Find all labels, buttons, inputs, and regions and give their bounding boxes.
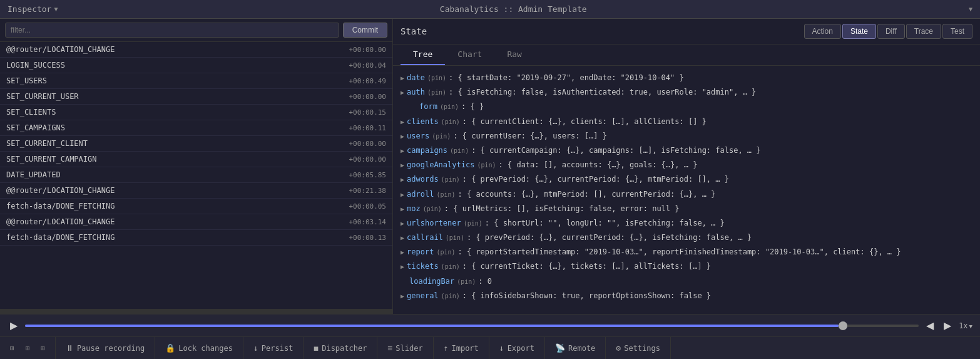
tree-arrow[interactable]: ▶	[401, 175, 404, 185]
play-button[interactable]: ▶	[8, 317, 20, 334]
action-item[interactable]: SET_CURRENT_CAMPAIGN +00:00.00	[0, 152, 392, 167]
inspector-arrow[interactable]: ▼	[54, 6, 58, 13]
action-name: @@router/LOCATION_CHANGE	[6, 186, 115, 195]
slider-button[interactable]: ≡ Slider	[377, 337, 433, 359]
action-item[interactable]: SET_CLIENTS +00:00.15	[0, 105, 392, 120]
tree-key: urlshortener	[407, 217, 461, 229]
tree-pin: (pin)	[432, 132, 451, 142]
filter-input[interactable]	[5, 23, 339, 38]
tree-arrow[interactable]: ▶	[401, 190, 404, 200]
tree-arrow[interactable]: ▶	[401, 117, 404, 127]
action-item[interactable]: SET_CAMPAIGNS +00:00.11	[0, 120, 392, 136]
tab-diff-button[interactable]: Diff	[877, 24, 905, 39]
action-time: +00:00.13	[349, 234, 386, 242]
lock-label: Lock changes	[178, 344, 233, 353]
pause-recording-button[interactable]: ⏸ Pause recording	[56, 337, 155, 359]
tree-line: ▶clients(pin): { currentClient: {…}, cli…	[401, 115, 972, 129]
tree-arrow[interactable]: ▶	[401, 88, 404, 98]
action-time: +00:00.00	[349, 140, 386, 148]
tree-value: : { accounts: {…}, mtmPeriod: [], curren…	[458, 189, 716, 200]
action-item[interactable]: @@router/LOCATION_CHANGE +00:03.14	[0, 214, 392, 230]
tree-value: : { infoSidebarShown: true, reportOption…	[462, 290, 711, 302]
app-arrow[interactable]: ▼	[969, 6, 972, 13]
progress-bar[interactable]	[25, 325, 919, 327]
import-icon: ↑	[444, 343, 449, 353]
export-label: Export	[508, 344, 534, 353]
tree-key: callrail	[407, 232, 443, 244]
speed-label: 1x▼	[959, 321, 972, 330]
tree-key: auth	[407, 86, 425, 98]
tree-value: : { currentCampaign: {…}, campaigns: […]…	[471, 145, 760, 157]
pause-icon: ⏸	[66, 343, 74, 353]
layout-icon-1[interactable]: ⊞	[5, 341, 19, 355]
tree-arrow[interactable]: ▶	[401, 73, 404, 83]
tree-key: googleAnalytics	[407, 159, 474, 171]
main-content: Commit @@router/LOCATION_CHANGE +00:00.0…	[0, 19, 980, 314]
lock-changes-button[interactable]: 🔒 Lock changes	[155, 337, 243, 359]
action-time: +00:00.00	[349, 93, 386, 101]
tree-key: loadingBar	[409, 276, 454, 288]
action-item[interactable]: SET_CURRENT_USER +00:00.00	[0, 89, 392, 105]
import-button[interactable]: ↑ Import	[434, 337, 489, 359]
tab-test-button[interactable]: Test	[942, 24, 972, 39]
action-item[interactable]: fetch-data/DONE_FETCHING +00:00.05	[0, 199, 392, 214]
next-button[interactable]: ▶	[941, 317, 954, 334]
sub-tab-raw[interactable]: Raw	[494, 44, 534, 65]
action-list: @@router/LOCATION_CHANGE +00:00.00 LOGIN…	[0, 42, 392, 309]
tree-arrow[interactable]: ▶	[401, 247, 404, 258]
tree-pin: (pin)	[427, 88, 446, 98]
settings-button[interactable]: ⚙ Settings	[606, 337, 671, 359]
action-item[interactable]: @@router/LOCATION_CHANGE +00:21.38	[0, 183, 392, 199]
tab-state-button[interactable]: State	[842, 24, 876, 39]
action-item[interactable]: LOGIN_SUCCESS +00:00.04	[0, 58, 392, 73]
progress-thumb[interactable]	[839, 321, 847, 330]
action-name: @@router/LOCATION_CHANGE	[6, 45, 115, 54]
tree-arrow[interactable]: ▶	[401, 291, 404, 301]
dispatcher-button[interactable]: ◼ Dispatcher	[304, 337, 377, 359]
remote-button[interactable]: 📡 Remote	[545, 337, 606, 359]
export-button[interactable]: ↓ Export	[489, 337, 545, 359]
tree-pin: (pin)	[477, 160, 496, 170]
import-label: Import	[451, 344, 478, 353]
layout-icon-2[interactable]: ⊞	[21, 341, 35, 355]
persist-button[interactable]: ↓ Persist	[243, 337, 304, 359]
tree-arrow[interactable]: ▶	[401, 219, 404, 229]
action-item[interactable]: SET_USERS +00:00.49	[0, 73, 392, 89]
left-panel-header: Commit	[0, 19, 392, 42]
tree-pin: (pin)	[441, 262, 460, 272]
tree-arrow[interactable]: ▶	[401, 262, 404, 272]
layout-icon-3[interactable]: ⊞	[36, 341, 50, 355]
tree-arrow[interactable]: ▶	[401, 204, 404, 214]
prev-button[interactable]: ◀	[924, 317, 936, 334]
bottom-toolbar: ⊞ ⊞ ⊞ ⏸ Pause recording 🔒 Lock changes ↓…	[0, 336, 980, 359]
tree-value: : { prevPeriod: {…}, currentPeriod: {…},…	[467, 232, 752, 244]
tab-action-button[interactable]: Action	[804, 24, 841, 39]
persist-label: Persist	[262, 344, 293, 353]
tree-line: form(pin): { }	[401, 100, 972, 114]
tab-trace-button[interactable]: Trace	[906, 24, 941, 39]
sub-tab-tree[interactable]: Tree	[401, 44, 445, 65]
tree-pin: (pin)	[441, 117, 460, 127]
tree-key: adwords	[407, 174, 439, 185]
commit-button[interactable]: Commit	[343, 23, 387, 38]
action-time: +00:00.05	[349, 202, 386, 211]
action-time: +00:00.49	[349, 77, 386, 85]
tree-pin: (pin)	[446, 233, 464, 243]
tree-value: : { startDate: "2019-09-27", endDate: "2…	[449, 72, 684, 84]
layout-icons: ⊞ ⊞ ⊞	[0, 337, 56, 359]
action-item[interactable]: SET_CURRENT_CLIENT +00:00.00	[0, 136, 392, 152]
tree-arrow[interactable]: ▶	[401, 233, 404, 243]
inspector-title: Inspector	[8, 4, 51, 14]
action-item[interactable]: @@router/LOCATION_CHANGE +00:00.00	[0, 42, 392, 58]
action-item[interactable]: fetch-data/DONE_FETCHING +00:00.13	[0, 230, 392, 246]
tree-value: : { data: [], accounts: {…}, goals: {…},…	[499, 159, 698, 171]
tree-arrow[interactable]: ▶	[401, 146, 404, 156]
tree-value: : { shortUrl: "", longUrl: "", isFetchin…	[485, 217, 725, 229]
action-time: +00:05.85	[349, 171, 386, 179]
sub-tab-chart[interactable]: Chart	[445, 44, 494, 65]
tree-arrow[interactable]: ▶	[401, 160, 404, 170]
action-item[interactable]: DATE_UPDATED +00:05.85	[0, 167, 392, 183]
tree-pin: (pin)	[450, 146, 469, 156]
remote-icon: 📡	[555, 343, 565, 353]
tree-arrow[interactable]: ▶	[401, 132, 404, 142]
